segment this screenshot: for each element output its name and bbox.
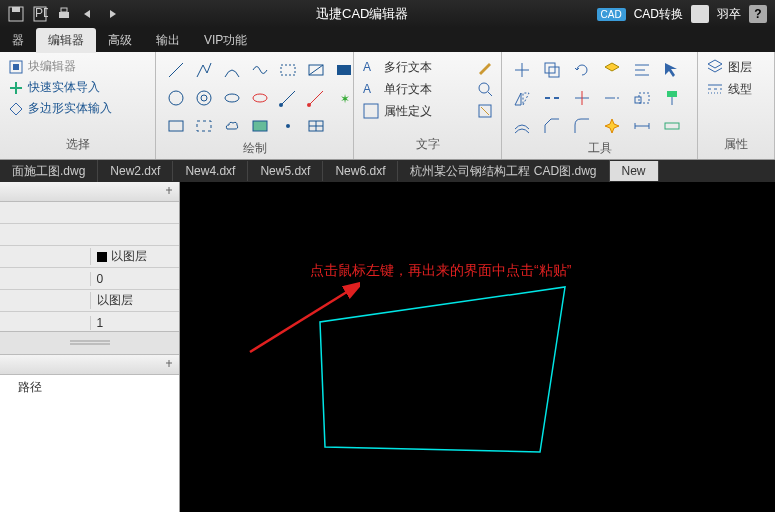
pin-icon[interactable] xyxy=(163,186,175,198)
ray-tool-icon[interactable] xyxy=(276,86,300,110)
prop-row[interactable] xyxy=(0,202,179,224)
svg-rect-1 xyxy=(12,7,20,12)
user-icon[interactable] xyxy=(691,5,709,23)
pencil-icon[interactable] xyxy=(477,59,493,75)
rect-dash-tool-icon[interactable] xyxy=(276,58,300,82)
paint-tool-icon[interactable] xyxy=(660,86,684,110)
cloud-tool-icon[interactable] xyxy=(220,114,244,138)
trim-tool-icon[interactable] xyxy=(570,86,594,110)
star-tool-icon[interactable]: ✶ xyxy=(332,86,356,110)
pin-icon[interactable] xyxy=(163,359,175,371)
path-label: 路径 xyxy=(0,375,179,512)
tools-group-label: 工具 xyxy=(510,138,689,159)
rect-fill-tool-icon[interactable] xyxy=(332,58,356,82)
spline-tool-icon[interactable] xyxy=(248,58,272,82)
singleline-text-button[interactable]: A 单行文本 xyxy=(362,80,493,98)
menu-vip[interactable]: VIP功能 xyxy=(192,28,259,53)
help-icon[interactable]: ? xyxy=(749,5,767,23)
point-tool-icon[interactable] xyxy=(276,114,300,138)
prop-row[interactable]: 以图层 xyxy=(0,290,179,312)
line-tool-icon[interactable] xyxy=(164,58,188,82)
menu-editor[interactable]: 编辑器 xyxy=(36,28,96,53)
rect-tool-icon[interactable] xyxy=(164,114,188,138)
block-editor-button[interactable]: 块编辑器 xyxy=(8,58,147,75)
ellipse-tool-icon[interactable] xyxy=(220,86,244,110)
stretch-tool-icon[interactable] xyxy=(660,114,684,138)
svg-rect-4 xyxy=(59,12,69,18)
tab-6[interactable]: New xyxy=(610,161,659,181)
menu-advanced[interactable]: 高级 xyxy=(96,28,144,53)
circle-tool-icon[interactable] xyxy=(164,86,188,110)
svg-point-33 xyxy=(479,83,489,93)
table-tool-icon[interactable] xyxy=(304,114,328,138)
workspace: 以图层 0 以图层 1 以图层 路径 点击鼠标左键，再出来的界面中点击“粘贴” xyxy=(0,182,775,512)
save-icon[interactable] xyxy=(6,4,26,24)
svg-point-22 xyxy=(307,103,311,107)
redo-icon[interactable] xyxy=(102,4,122,24)
ring-tool-icon[interactable] xyxy=(192,86,216,110)
svg-line-9 xyxy=(169,63,183,77)
cad-convert-link[interactable]: CAD转换 xyxy=(634,6,683,23)
svg-point-20 xyxy=(279,103,283,107)
titlebar: PDF 迅捷CAD编辑器 CAD CAD转换 羽卒 ? xyxy=(0,0,775,28)
arc-tool-icon[interactable] xyxy=(220,58,244,82)
plus-icon xyxy=(8,80,24,96)
fast-import-button[interactable]: 快速实体导入 xyxy=(8,79,147,96)
mirror-tool-icon[interactable] xyxy=(510,86,534,110)
print-icon[interactable] xyxy=(54,4,74,24)
panel-splitter[interactable] xyxy=(0,331,179,355)
pdf-icon[interactable]: PDF xyxy=(30,4,50,24)
ellipse2-tool-icon[interactable] xyxy=(248,86,272,110)
multiline-text-button[interactable]: A 多行文本 xyxy=(362,58,493,76)
move-tool-icon[interactable] xyxy=(510,58,534,82)
explode-tool-icon[interactable] xyxy=(600,114,624,138)
ray2-tool-icon[interactable] xyxy=(304,86,328,110)
scale-tool-icon[interactable] xyxy=(630,86,654,110)
prop-row[interactable] xyxy=(0,224,179,246)
chamfer-tool-icon[interactable] xyxy=(540,114,564,138)
prop-row[interactable]: 1 xyxy=(0,312,179,331)
undo-icon[interactable] xyxy=(78,4,98,24)
align-tool-icon[interactable] xyxy=(630,58,654,82)
svg-point-18 xyxy=(253,94,267,102)
extend-tool-icon[interactable] xyxy=(600,86,624,110)
linetype-button[interactable]: 线型 xyxy=(706,80,766,98)
tab-1[interactable]: New2.dxf xyxy=(98,161,173,181)
tab-0[interactable]: 面施工图.dwg xyxy=(0,160,98,182)
polyline-tool-icon[interactable] xyxy=(192,58,216,82)
tab-3[interactable]: New5.dxf xyxy=(248,161,323,181)
fillet-tool-icon[interactable] xyxy=(570,114,594,138)
draw-group-label: 绘制 xyxy=(164,138,345,159)
rect-hatch-tool-icon[interactable] xyxy=(304,58,328,82)
prop-row[interactable]: 以图层 xyxy=(0,246,179,268)
tab-2[interactable]: New4.dxf xyxy=(173,161,248,181)
image-tool-icon[interactable] xyxy=(248,114,272,138)
tab-4[interactable]: New6.dxf xyxy=(323,161,398,181)
layers-button[interactable]: 图层 xyxy=(706,58,766,76)
svg-point-16 xyxy=(201,95,207,101)
tab-5[interactable]: 杭州某公司钢结构工程 CAD图.dwg xyxy=(398,160,609,182)
menu-output[interactable]: 输出 xyxy=(144,28,192,53)
cad-badge: CAD xyxy=(597,8,626,21)
rotate-tool-icon[interactable] xyxy=(570,58,594,82)
dim-tool-icon[interactable] xyxy=(630,114,654,138)
layer-tool-icon[interactable] xyxy=(600,58,624,82)
menu-viewer[interactable]: 器 xyxy=(0,28,36,53)
svg-point-14 xyxy=(169,91,183,105)
svg-rect-26 xyxy=(253,121,267,131)
poly-import-button[interactable]: 多边形实体输入 xyxy=(8,100,147,117)
svg-marker-62 xyxy=(320,287,565,452)
drawing-canvas[interactable]: 点击鼠标左键，再出来的界面中点击“粘贴” xyxy=(180,182,775,512)
offset-tool-icon[interactable] xyxy=(510,114,534,138)
path-panel-header xyxy=(0,355,179,375)
rect2-tool-icon[interactable] xyxy=(192,114,216,138)
find-icon[interactable] xyxy=(477,81,493,97)
svg-text:✶: ✶ xyxy=(340,92,350,106)
edit-icon[interactable] xyxy=(477,103,493,119)
prop-row[interactable]: 0 xyxy=(0,268,179,290)
select-tool-icon[interactable] xyxy=(660,58,684,82)
copy-tool-icon[interactable] xyxy=(540,58,564,82)
attrdef-button[interactable]: 属性定义 xyxy=(362,102,493,120)
attr-icon xyxy=(362,102,380,120)
break-tool-icon[interactable] xyxy=(540,86,564,110)
